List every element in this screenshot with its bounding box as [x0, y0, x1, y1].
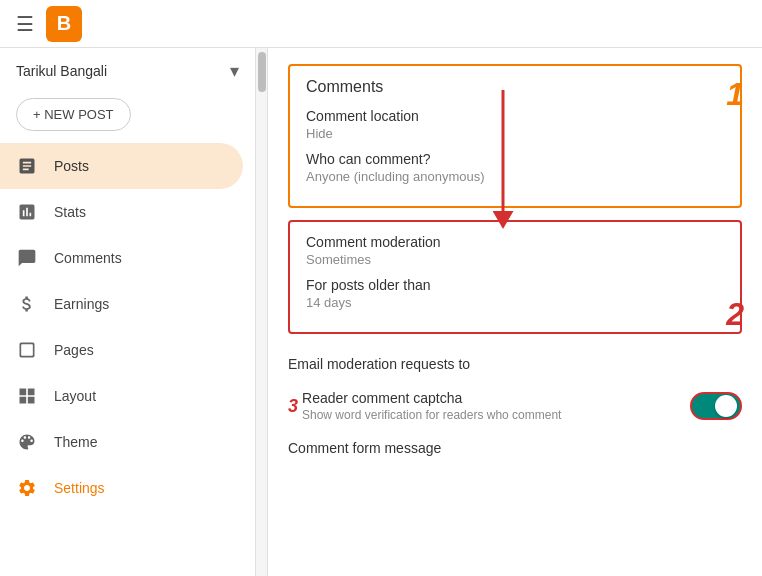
sidebar-item-label-settings: Settings: [54, 480, 105, 496]
blog-selector[interactable]: Tarikul Bangali ▾: [0, 48, 255, 94]
comment-moderation-value: Sometimes: [306, 252, 724, 267]
app-header: ☰ B: [0, 0, 762, 48]
new-post-button[interactable]: + NEW POST: [16, 98, 131, 131]
content-area: Comments Comment location Hide Who can c…: [256, 48, 762, 576]
sidebar-item-label-earnings: Earnings: [54, 296, 109, 312]
earnings-icon: [16, 293, 38, 315]
comment-location-item: Comment location Hide: [306, 108, 724, 141]
pages-icon: [16, 339, 38, 361]
blog-name: Tarikul Bangali: [16, 63, 107, 79]
sidebar-item-label-layout: Layout: [54, 388, 96, 404]
comment-form-message-item: Comment form message: [288, 430, 742, 466]
who-can-comment-item: Who can comment? Anyone (including anony…: [306, 151, 724, 184]
reader-captcha-row: 3 Reader comment captcha Show word verif…: [288, 382, 742, 430]
comments-section-box: Comments Comment location Hide Who can c…: [288, 64, 742, 208]
sidebar: Tarikul Bangali ▾ + NEW POST Posts Stats: [0, 48, 256, 576]
comment-moderation-label: Comment moderation: [306, 234, 724, 250]
sidebar-item-earnings[interactable]: Earnings: [0, 281, 243, 327]
stats-icon: [16, 201, 38, 223]
annotation-2-outside: 2: [726, 296, 744, 333]
layout-icon: [16, 385, 38, 407]
theme-icon: [16, 431, 38, 453]
annotation-3: 3: [288, 396, 298, 417]
comments-icon: [16, 247, 38, 269]
comment-moderation-item: Comment moderation Sometimes: [306, 234, 724, 267]
email-moderation-item: Email moderation requests to: [288, 346, 742, 382]
who-can-comment-label: Who can comment?: [306, 151, 724, 167]
for-posts-older-label: For posts older than: [306, 277, 724, 293]
comment-location-label: Comment location: [306, 108, 724, 124]
moderation-section-box: Comment moderation Sometimes For posts o…: [288, 220, 742, 334]
scrollbar[interactable]: [256, 48, 268, 576]
sidebar-item-stats[interactable]: Stats: [0, 189, 243, 235]
sidebar-item-pages[interactable]: Pages: [0, 327, 243, 373]
for-posts-older-value: 14 days: [306, 295, 724, 310]
posts-icon: [16, 155, 38, 177]
sidebar-item-settings[interactable]: Settings: [0, 465, 243, 511]
settings-icon: [16, 477, 38, 499]
blogger-logo: B: [46, 6, 82, 42]
hamburger-icon[interactable]: ☰: [16, 12, 34, 36]
who-can-comment-value: Anyone (including anonymous): [306, 169, 724, 184]
sidebar-nav: Posts Stats Comments Earnings: [0, 143, 255, 511]
toggle-track[interactable]: [690, 392, 742, 420]
for-posts-older-item: For posts older than 14 days: [306, 277, 724, 310]
sidebar-item-layout[interactable]: Layout: [0, 373, 243, 419]
email-moderation-label: Email moderation requests to: [288, 356, 470, 372]
toggle-thumb: [715, 395, 737, 417]
sidebar-item-label-pages: Pages: [54, 342, 94, 358]
reader-captcha-desc: Show word verification for readers who c…: [302, 408, 690, 422]
reader-captcha-toggle[interactable]: [690, 392, 742, 420]
main-layout: Tarikul Bangali ▾ + NEW POST Posts Stats: [0, 48, 762, 576]
comment-form-message-label: Comment form message: [288, 440, 441, 456]
comments-section-title: Comments: [306, 78, 724, 96]
chevron-down-icon: ▾: [230, 60, 239, 82]
sidebar-item-comments[interactable]: Comments: [0, 235, 243, 281]
reader-captcha-label: Reader comment captcha: [302, 390, 690, 406]
sidebar-item-theme[interactable]: Theme: [0, 419, 243, 465]
sidebar-item-posts[interactable]: Posts: [0, 143, 243, 189]
comment-location-value: Hide: [306, 126, 724, 141]
settings-panel: Comments Comment location Hide Who can c…: [268, 48, 762, 576]
sidebar-item-label-theme: Theme: [54, 434, 98, 450]
sidebar-item-label-posts: Posts: [54, 158, 89, 174]
sidebar-item-label-stats: Stats: [54, 204, 86, 220]
annotation-1-outside: 1: [726, 76, 744, 113]
reader-captcha-content: Reader comment captcha Show word verific…: [302, 390, 690, 422]
sidebar-item-label-comments: Comments: [54, 250, 122, 266]
scrollbar-thumb[interactable]: [258, 52, 266, 92]
